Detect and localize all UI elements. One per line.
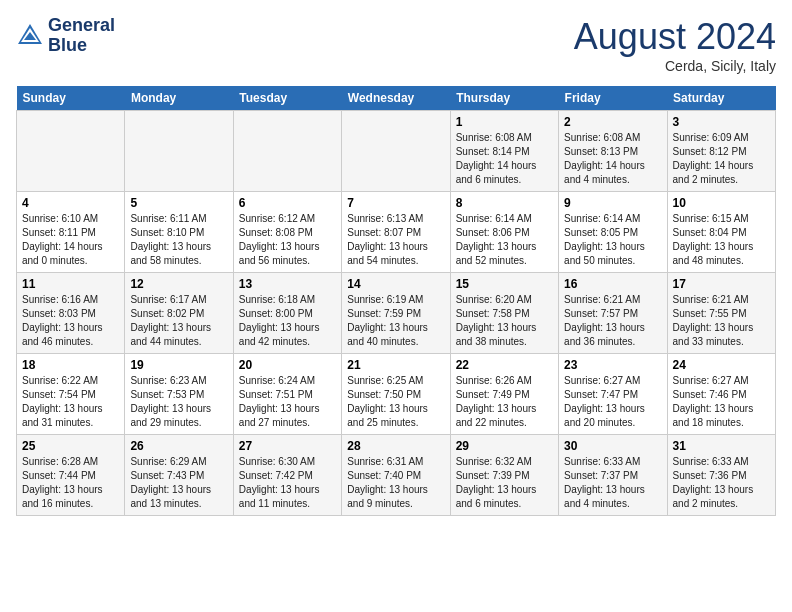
day-info: Sunrise: 6:14 AM Sunset: 8:06 PM Dayligh… xyxy=(456,212,553,268)
day-info: Sunrise: 6:30 AM Sunset: 7:42 PM Dayligh… xyxy=(239,455,336,511)
day-number: 26 xyxy=(130,439,227,453)
day-number: 9 xyxy=(564,196,661,210)
day-number: 10 xyxy=(673,196,770,210)
calendar-day-cell: 1Sunrise: 6:08 AM Sunset: 8:14 PM Daylig… xyxy=(450,111,558,192)
day-info: Sunrise: 6:12 AM Sunset: 8:08 PM Dayligh… xyxy=(239,212,336,268)
day-number: 11 xyxy=(22,277,119,291)
day-info: Sunrise: 6:19 AM Sunset: 7:59 PM Dayligh… xyxy=(347,293,444,349)
day-number: 5 xyxy=(130,196,227,210)
calendar-day-cell: 15Sunrise: 6:20 AM Sunset: 7:58 PM Dayli… xyxy=(450,273,558,354)
day-number: 3 xyxy=(673,115,770,129)
day-number: 27 xyxy=(239,439,336,453)
day-info: Sunrise: 6:27 AM Sunset: 7:46 PM Dayligh… xyxy=(673,374,770,430)
day-info: Sunrise: 6:32 AM Sunset: 7:39 PM Dayligh… xyxy=(456,455,553,511)
day-number: 6 xyxy=(239,196,336,210)
calendar-week-row: 11Sunrise: 6:16 AM Sunset: 8:03 PM Dayli… xyxy=(17,273,776,354)
calendar-day-cell: 4Sunrise: 6:10 AM Sunset: 8:11 PM Daylig… xyxy=(17,192,125,273)
day-number: 1 xyxy=(456,115,553,129)
calendar-day-cell: 16Sunrise: 6:21 AM Sunset: 7:57 PM Dayli… xyxy=(559,273,667,354)
calendar-day-cell: 14Sunrise: 6:19 AM Sunset: 7:59 PM Dayli… xyxy=(342,273,450,354)
calendar-day-cell: 22Sunrise: 6:26 AM Sunset: 7:49 PM Dayli… xyxy=(450,354,558,435)
day-number: 18 xyxy=(22,358,119,372)
title-block: August 2024 Cerda, Sicily, Italy xyxy=(574,16,776,74)
calendar-day-cell: 5Sunrise: 6:11 AM Sunset: 8:10 PM Daylig… xyxy=(125,192,233,273)
day-number: 28 xyxy=(347,439,444,453)
day-number: 31 xyxy=(673,439,770,453)
calendar-day-cell xyxy=(233,111,341,192)
day-info: Sunrise: 6:26 AM Sunset: 7:49 PM Dayligh… xyxy=(456,374,553,430)
day-info: Sunrise: 6:21 AM Sunset: 7:57 PM Dayligh… xyxy=(564,293,661,349)
logo-text: General Blue xyxy=(48,16,115,56)
day-number: 24 xyxy=(673,358,770,372)
calendar-day-cell: 9Sunrise: 6:14 AM Sunset: 8:05 PM Daylig… xyxy=(559,192,667,273)
calendar-day-cell: 23Sunrise: 6:27 AM Sunset: 7:47 PM Dayli… xyxy=(559,354,667,435)
day-info: Sunrise: 6:27 AM Sunset: 7:47 PM Dayligh… xyxy=(564,374,661,430)
calendar-day-cell: 17Sunrise: 6:21 AM Sunset: 7:55 PM Dayli… xyxy=(667,273,775,354)
day-number: 8 xyxy=(456,196,553,210)
calendar-day-cell: 3Sunrise: 6:09 AM Sunset: 8:12 PM Daylig… xyxy=(667,111,775,192)
day-info: Sunrise: 6:10 AM Sunset: 8:11 PM Dayligh… xyxy=(22,212,119,268)
day-info: Sunrise: 6:21 AM Sunset: 7:55 PM Dayligh… xyxy=(673,293,770,349)
calendar-day-cell: 26Sunrise: 6:29 AM Sunset: 7:43 PM Dayli… xyxy=(125,435,233,516)
weekday-header-cell: Tuesday xyxy=(233,86,341,111)
day-info: Sunrise: 6:18 AM Sunset: 8:00 PM Dayligh… xyxy=(239,293,336,349)
day-info: Sunrise: 6:29 AM Sunset: 7:43 PM Dayligh… xyxy=(130,455,227,511)
day-number: 12 xyxy=(130,277,227,291)
day-info: Sunrise: 6:25 AM Sunset: 7:50 PM Dayligh… xyxy=(347,374,444,430)
calendar-week-row: 18Sunrise: 6:22 AM Sunset: 7:54 PM Dayli… xyxy=(17,354,776,435)
day-number: 30 xyxy=(564,439,661,453)
day-info: Sunrise: 6:23 AM Sunset: 7:53 PM Dayligh… xyxy=(130,374,227,430)
day-number: 22 xyxy=(456,358,553,372)
day-info: Sunrise: 6:22 AM Sunset: 7:54 PM Dayligh… xyxy=(22,374,119,430)
day-info: Sunrise: 6:17 AM Sunset: 8:02 PM Dayligh… xyxy=(130,293,227,349)
day-number: 13 xyxy=(239,277,336,291)
day-number: 2 xyxy=(564,115,661,129)
weekday-header-cell: Saturday xyxy=(667,86,775,111)
day-number: 19 xyxy=(130,358,227,372)
calendar-day-cell: 8Sunrise: 6:14 AM Sunset: 8:06 PM Daylig… xyxy=(450,192,558,273)
day-number: 7 xyxy=(347,196,444,210)
day-number: 4 xyxy=(22,196,119,210)
calendar-day-cell: 30Sunrise: 6:33 AM Sunset: 7:37 PM Dayli… xyxy=(559,435,667,516)
calendar-day-cell: 12Sunrise: 6:17 AM Sunset: 8:02 PM Dayli… xyxy=(125,273,233,354)
calendar-day-cell: 2Sunrise: 6:08 AM Sunset: 8:13 PM Daylig… xyxy=(559,111,667,192)
weekday-header-cell: Thursday xyxy=(450,86,558,111)
day-info: Sunrise: 6:08 AM Sunset: 8:14 PM Dayligh… xyxy=(456,131,553,187)
day-number: 21 xyxy=(347,358,444,372)
page-header: General Blue August 2024 Cerda, Sicily, … xyxy=(16,16,776,74)
day-number: 23 xyxy=(564,358,661,372)
location-subtitle: Cerda, Sicily, Italy xyxy=(574,58,776,74)
month-title: August 2024 xyxy=(574,16,776,58)
day-info: Sunrise: 6:31 AM Sunset: 7:40 PM Dayligh… xyxy=(347,455,444,511)
calendar-day-cell xyxy=(17,111,125,192)
calendar-day-cell: 11Sunrise: 6:16 AM Sunset: 8:03 PM Dayli… xyxy=(17,273,125,354)
calendar-day-cell: 24Sunrise: 6:27 AM Sunset: 7:46 PM Dayli… xyxy=(667,354,775,435)
day-number: 15 xyxy=(456,277,553,291)
calendar-day-cell: 21Sunrise: 6:25 AM Sunset: 7:50 PM Dayli… xyxy=(342,354,450,435)
day-info: Sunrise: 6:28 AM Sunset: 7:44 PM Dayligh… xyxy=(22,455,119,511)
day-number: 14 xyxy=(347,277,444,291)
calendar-day-cell: 7Sunrise: 6:13 AM Sunset: 8:07 PM Daylig… xyxy=(342,192,450,273)
day-info: Sunrise: 6:13 AM Sunset: 8:07 PM Dayligh… xyxy=(347,212,444,268)
calendar-body: 1Sunrise: 6:08 AM Sunset: 8:14 PM Daylig… xyxy=(17,111,776,516)
calendar-day-cell: 13Sunrise: 6:18 AM Sunset: 8:00 PM Dayli… xyxy=(233,273,341,354)
calendar-day-cell: 28Sunrise: 6:31 AM Sunset: 7:40 PM Dayli… xyxy=(342,435,450,516)
calendar-day-cell: 25Sunrise: 6:28 AM Sunset: 7:44 PM Dayli… xyxy=(17,435,125,516)
calendar-week-row: 4Sunrise: 6:10 AM Sunset: 8:11 PM Daylig… xyxy=(17,192,776,273)
day-info: Sunrise: 6:20 AM Sunset: 7:58 PM Dayligh… xyxy=(456,293,553,349)
day-info: Sunrise: 6:08 AM Sunset: 8:13 PM Dayligh… xyxy=(564,131,661,187)
calendar-day-cell: 18Sunrise: 6:22 AM Sunset: 7:54 PM Dayli… xyxy=(17,354,125,435)
day-info: Sunrise: 6:14 AM Sunset: 8:05 PM Dayligh… xyxy=(564,212,661,268)
weekday-header-cell: Monday xyxy=(125,86,233,111)
calendar-week-row: 1Sunrise: 6:08 AM Sunset: 8:14 PM Daylig… xyxy=(17,111,776,192)
calendar-day-cell: 6Sunrise: 6:12 AM Sunset: 8:08 PM Daylig… xyxy=(233,192,341,273)
day-info: Sunrise: 6:15 AM Sunset: 8:04 PM Dayligh… xyxy=(673,212,770,268)
day-info: Sunrise: 6:33 AM Sunset: 7:36 PM Dayligh… xyxy=(673,455,770,511)
calendar-day-cell: 27Sunrise: 6:30 AM Sunset: 7:42 PM Dayli… xyxy=(233,435,341,516)
day-number: 25 xyxy=(22,439,119,453)
day-info: Sunrise: 6:11 AM Sunset: 8:10 PM Dayligh… xyxy=(130,212,227,268)
calendar-day-cell: 31Sunrise: 6:33 AM Sunset: 7:36 PM Dayli… xyxy=(667,435,775,516)
calendar-day-cell: 19Sunrise: 6:23 AM Sunset: 7:53 PM Dayli… xyxy=(125,354,233,435)
calendar-day-cell xyxy=(125,111,233,192)
weekday-header-cell: Wednesday xyxy=(342,86,450,111)
